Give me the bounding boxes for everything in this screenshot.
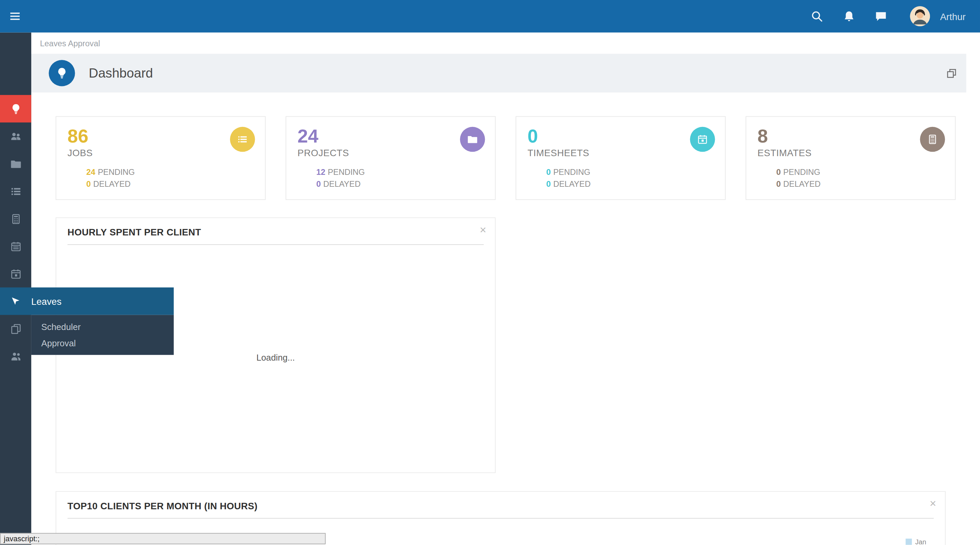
- sidebar-item-tasks[interactable]: [0, 178, 31, 205]
- delayed-label: DELAYED: [93, 179, 130, 189]
- delayed-count: 0: [86, 179, 91, 189]
- stats-row: 86 JOBS 24PENDING 0DELAYED 24 PROJECTS: [56, 116, 956, 200]
- stat-label: JOBS: [67, 147, 253, 158]
- pending-label: PENDING: [328, 167, 365, 177]
- stat-icon-circle: [230, 127, 255, 152]
- flyout-menu: Scheduler Approval: [31, 315, 174, 355]
- status-text: javascript:;: [4, 534, 40, 543]
- pending-label: PENDING: [98, 167, 135, 177]
- avatar[interactable]: [910, 6, 930, 26]
- stat-value: 0: [527, 126, 714, 146]
- panel-header: TOP10 CLIENTS PER MONTH (IN HOURS) ×: [67, 492, 934, 519]
- folder-icon: [467, 134, 478, 145]
- stat-card-jobs: 86 JOBS 24PENDING 0DELAYED: [56, 116, 266, 200]
- breadcrumb: Leaves Approval: [40, 38, 100, 48]
- delayed-label: DELAYED: [783, 179, 821, 189]
- delayed-line: 0DELAYED: [776, 178, 943, 190]
- sidebar-item-estimates[interactable]: [0, 205, 31, 232]
- menu-item-scheduler[interactable]: Scheduler: [31, 319, 174, 335]
- tasks-icon: [10, 186, 21, 197]
- stat-sub: 0PENDING 0DELAYED: [527, 166, 714, 190]
- app-window: Arthur: [0, 0, 980, 545]
- panels-toggle-icon[interactable]: [946, 67, 958, 79]
- stat-card-timesheets: 0 TIMESHEETS 0PENDING 0DELAYED: [515, 116, 725, 200]
- menu-item-approval[interactable]: Approval: [31, 335, 174, 351]
- lightbulb-icon: [56, 67, 68, 79]
- pending-line: 12PENDING: [316, 166, 484, 178]
- sidebar-item-team[interactable]: [0, 122, 31, 150]
- pending-line: 0PENDING: [546, 166, 714, 178]
- calendar-icon: [697, 134, 708, 145]
- chart-legend: Jan: [906, 538, 926, 545]
- team-icon: [10, 130, 21, 142]
- notifications-icon[interactable]: [843, 10, 856, 23]
- sidebar-item-calendar[interactable]: [0, 260, 31, 288]
- topbar: Arthur: [0, 0, 980, 33]
- stat-label: PROJECTS: [298, 147, 484, 158]
- list-icon: [237, 134, 248, 145]
- stat-card-projects: 24 PROJECTS 12PENDING 0DELAYED: [285, 116, 495, 200]
- sidebar-item-dashboard[interactable]: [0, 95, 31, 122]
- stat-value: 24: [298, 126, 484, 146]
- calculator-icon: [10, 213, 21, 224]
- search-icon[interactable]: [810, 10, 824, 23]
- sidebar-item-projects[interactable]: [0, 150, 31, 178]
- delayed-label: DELAYED: [553, 179, 591, 189]
- delayed-count: 0: [316, 179, 321, 189]
- pending-line: 0PENDING: [776, 166, 943, 178]
- messages-icon[interactable]: [875, 10, 888, 23]
- stat-icon-circle: [920, 127, 945, 152]
- calendar-icon: [10, 268, 21, 280]
- dashboard-badge: [49, 60, 75, 86]
- delayed-count: 0: [776, 179, 781, 189]
- stat-value: 86: [67, 126, 253, 146]
- delayed-line: 0DELAYED: [86, 178, 253, 190]
- stat-sub: 0PENDING 0DELAYED: [757, 166, 943, 190]
- close-icon[interactable]: ×: [930, 498, 936, 509]
- pending-count: 0: [776, 167, 781, 177]
- page-title: Dashboard: [89, 66, 153, 81]
- pending-line: 24PENDING: [86, 166, 253, 178]
- delayed-count: 0: [546, 179, 550, 189]
- flyout-title: Leaves: [31, 296, 62, 307]
- pending-count: 0: [546, 167, 550, 177]
- menu-icon[interactable]: [9, 10, 21, 22]
- legend-label: Jan: [915, 538, 926, 545]
- pending-count: 12: [316, 167, 325, 177]
- delayed-line: 0DELAYED: [316, 178, 484, 190]
- link-status-bubble: javascript:;: [0, 533, 326, 544]
- page-header: Dashboard: [31, 54, 966, 92]
- breadcrumb-bar: Leaves Approval: [31, 33, 980, 54]
- stat-sub: 24PENDING 0DELAYED: [67, 166, 253, 190]
- lightbulb-icon: [10, 103, 21, 114]
- pending-count: 24: [86, 167, 95, 177]
- stat-card-estimates: 8 ESTIMATES 0PENDING 0DELAYED: [746, 116, 956, 200]
- flyout-header-leaves[interactable]: Leaves: [0, 288, 174, 315]
- stat-icon-circle: [460, 127, 485, 152]
- folder-icon: [10, 158, 21, 170]
- close-icon[interactable]: ×: [480, 224, 486, 235]
- panel-header: HOURLY SPENT PER CLIENT ×: [67, 218, 484, 245]
- stat-value: 8: [757, 126, 943, 146]
- calculator-icon: [927, 134, 938, 145]
- stat-icon-circle: [690, 127, 715, 152]
- sidebar-item-timesheets[interactable]: [0, 232, 31, 260]
- delayed-line: 0DELAYED: [546, 178, 714, 190]
- delayed-label: DELAYED: [323, 179, 361, 189]
- stat-label: TIMESHEETS: [527, 147, 714, 158]
- pending-label: PENDING: [783, 167, 821, 177]
- timesheet-icon: [10, 240, 21, 252]
- panel-title: HOURLY SPENT PER CLIENT: [67, 227, 484, 237]
- legend-swatch: [906, 539, 912, 545]
- stat-sub: 12PENDING 0DELAYED: [298, 166, 484, 190]
- pending-label: PENDING: [553, 167, 590, 177]
- leaves-flyout: Leaves Scheduler Approval: [0, 288, 174, 355]
- user-name[interactable]: Arthur: [940, 11, 966, 21]
- stat-label: ESTIMATES: [757, 147, 943, 158]
- panel-title: TOP10 CLIENTS PER MONTH (IN HOURS): [67, 501, 934, 511]
- topbar-actions: Arthur: [810, 6, 966, 26]
- leaves-icon: [0, 296, 31, 307]
